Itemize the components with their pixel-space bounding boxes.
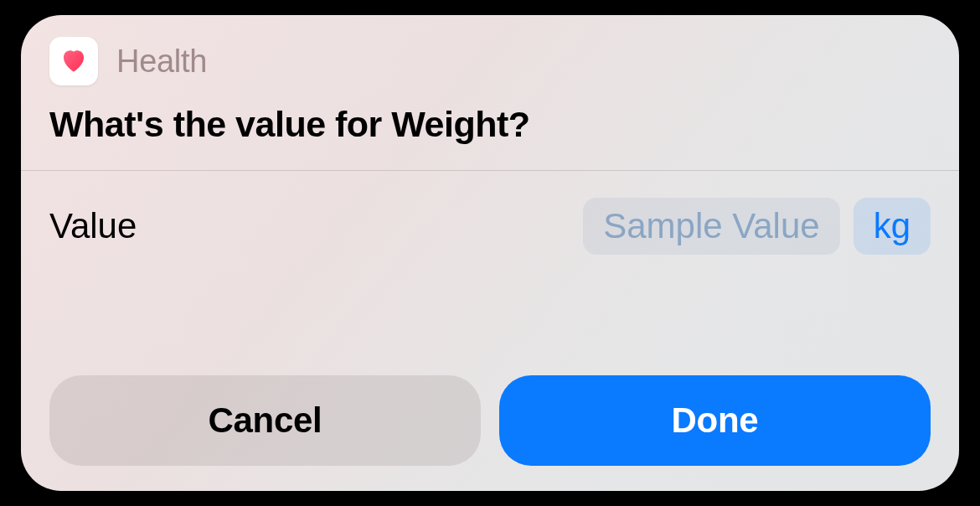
value-label: Value	[49, 206, 137, 246]
heart-icon	[59, 47, 88, 75]
dialog-footer: Cancel Done	[21, 375, 959, 491]
value-row: Value Sample Value kg	[21, 171, 959, 281]
value-input[interactable]: Sample Value	[583, 198, 839, 255]
prompt-title: What's the value for Weight?	[21, 94, 959, 170]
unit-button[interactable]: kg	[854, 198, 931, 255]
cancel-button[interactable]: Cancel	[49, 375, 481, 466]
siri-input-dialog: Health What's the value for Weight? Valu…	[21, 15, 959, 491]
app-name-label: Health	[116, 44, 207, 80]
dialog-header: Health	[21, 15, 959, 94]
health-app-icon	[49, 37, 98, 85]
done-button[interactable]: Done	[499, 375, 931, 466]
